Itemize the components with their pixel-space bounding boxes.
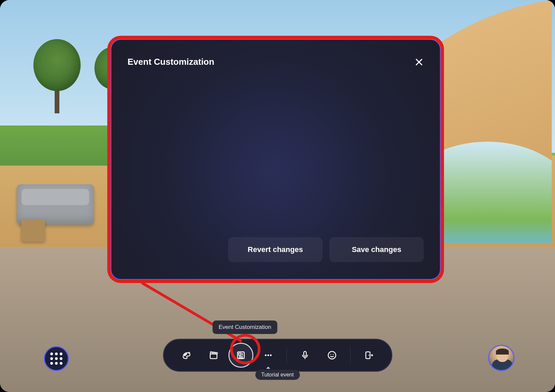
sofa [17, 184, 94, 225]
newspaper-icon [236, 350, 246, 360]
smile-icon [327, 350, 337, 360]
event-name-label: Tutorial event [255, 370, 300, 380]
svg-point-16 [330, 354, 331, 355]
svg-point-11 [267, 355, 269, 356]
environment-button[interactable] [174, 343, 199, 367]
react-button[interactable] [320, 343, 344, 367]
divider [286, 347, 287, 363]
chevron-up-icon [266, 367, 270, 369]
event-customization-button[interactable] [228, 343, 253, 368]
clapper-icon [209, 350, 219, 360]
svg-point-2 [186, 354, 187, 355]
scene-button[interactable] [201, 343, 226, 367]
divider [350, 347, 351, 363]
svg-point-1 [184, 355, 185, 356]
svg-point-12 [270, 355, 272, 356]
tooltip: Event Customization [213, 320, 277, 334]
svg-point-10 [265, 355, 267, 356]
leave-button[interactable] [357, 343, 381, 367]
svg-rect-13 [304, 352, 306, 356]
annotation-highlight-box [107, 36, 444, 283]
svg-point-19 [368, 355, 369, 356]
main-menu-button[interactable] [44, 346, 69, 371]
action-toolbar [163, 339, 392, 372]
more-button[interactable] [256, 343, 280, 367]
microphone-button[interactable] [293, 343, 317, 367]
side-table [21, 220, 45, 242]
svg-rect-3 [210, 354, 217, 359]
grid-icon [50, 353, 62, 365]
door-exit-icon [364, 350, 374, 360]
avatar-button[interactable] [488, 345, 515, 371]
svg-rect-18 [366, 352, 370, 359]
svg-point-15 [328, 352, 336, 359]
palette-sparkle-icon [182, 350, 192, 360]
tree [33, 39, 81, 113]
ellipsis-icon [263, 350, 273, 360]
microphone-icon [300, 350, 310, 360]
svg-rect-5 [239, 353, 241, 355]
svg-point-17 [333, 354, 334, 355]
avatar-hair [496, 348, 509, 355]
